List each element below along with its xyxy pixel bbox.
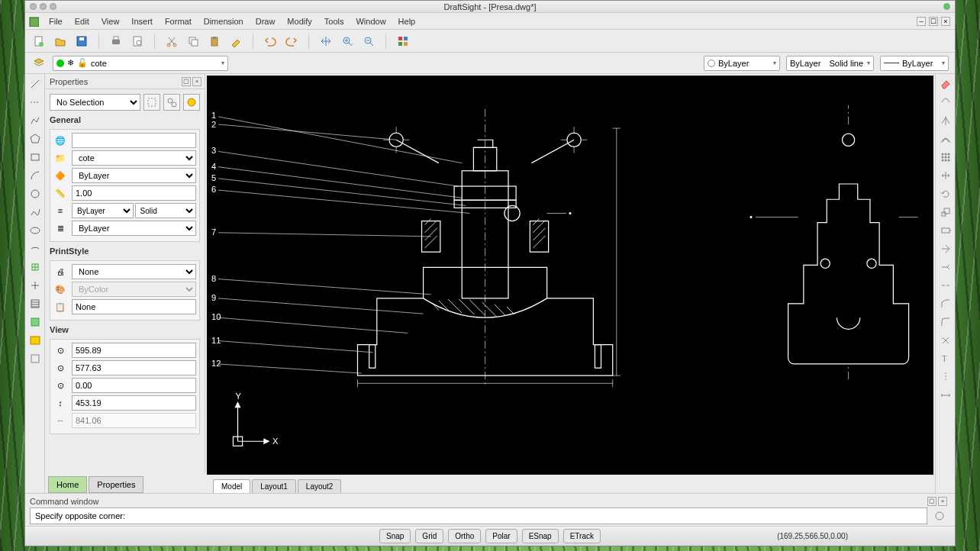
menu-format[interactable]: Format [160, 14, 197, 28]
extend-tool[interactable] [939, 260, 953, 274]
prop-view-x[interactable] [72, 343, 196, 358]
stretch-tool[interactable] [939, 224, 953, 237]
pan-button[interactable] [318, 34, 334, 49]
prop-printtable[interactable] [72, 299, 196, 314]
print-button[interactable] [108, 34, 124, 49]
line-tool[interactable] [28, 77, 42, 91]
prop-view-h[interactable] [72, 395, 196, 411]
panetab-properties[interactable]: Properties [89, 476, 143, 493]
command-input[interactable] [30, 508, 927, 524]
menu-help[interactable]: Help [393, 14, 421, 28]
print-preview-button[interactable] [130, 34, 145, 49]
open-file-button[interactable] [53, 34, 68, 49]
measure-tool[interactable] [939, 388, 953, 402]
new-file-button[interactable] [31, 34, 47, 49]
rectangle-tool[interactable] [28, 150, 42, 164]
panetab-home[interactable]: Home [48, 476, 87, 493]
tab-model[interactable]: Model [213, 479, 250, 493]
menu-tools[interactable]: Tools [319, 14, 350, 28]
lineweight-dropdown[interactable]: ByLayer ▾ [880, 56, 949, 71]
prop-hyperlink[interactable] [72, 133, 196, 148]
layer-dropdown[interactable]: ❄ 🔓 cote ▾ [53, 56, 228, 71]
linetype-dropdown[interactable]: ByLayer Solid line ▾ [786, 56, 874, 71]
window-maximize-icon[interactable] [40, 3, 47, 10]
fillet-tool[interactable] [939, 315, 953, 329]
quick-select-button[interactable] [143, 94, 160, 111]
copy-button[interactable] [185, 34, 201, 49]
arc-tool[interactable] [28, 169, 42, 182]
zoom-out-button[interactable] [361, 34, 376, 49]
menu-modify[interactable]: Modify [282, 14, 317, 28]
doc-restore-icon[interactable]: ☐ [929, 17, 938, 26]
drawing-canvas[interactable]: 1 2 3 4 5 6 7 8 9 10 11 12 [207, 76, 933, 475]
insert-block-tool[interactable] [28, 260, 42, 274]
paste-button[interactable] [207, 34, 222, 49]
properties-button[interactable] [395, 34, 411, 49]
menu-edit[interactable]: Edit [69, 14, 95, 28]
status-grid[interactable]: Grid [415, 529, 443, 543]
cmd-pin-icon[interactable]: ▢ [927, 497, 936, 506]
explode-tool[interactable] [939, 334, 953, 347]
status-ortho[interactable]: Ortho [448, 529, 481, 543]
panel-pin-icon[interactable]: ▢ [182, 77, 191, 86]
text-modify-tool[interactable]: T [939, 352, 953, 366]
menu-file[interactable]: File [44, 14, 68, 28]
prop-lineweight[interactable]: ByLayer [72, 221, 196, 236]
prop-view-y[interactable] [72, 360, 196, 375]
redo-button[interactable] [284, 34, 299, 49]
polygon-tool[interactable] [28, 132, 42, 146]
zoom-in-button[interactable] [340, 34, 355, 49]
menu-draw[interactable]: Draw [250, 14, 281, 28]
cut-button[interactable] [164, 34, 179, 49]
match-properties-button[interactable] [228, 34, 243, 49]
offset-tool[interactable] [939, 132, 953, 146]
toggle-pickadd-button[interactable] [183, 94, 200, 111]
doc-minimize-icon[interactable]: – [917, 17, 926, 26]
point-tool[interactable] [28, 279, 42, 292]
break-tool[interactable] [939, 279, 953, 292]
ellipse-tool[interactable] [28, 224, 42, 237]
polyline-tool[interactable] [28, 114, 42, 127]
menu-dimension[interactable]: Dimension [198, 14, 249, 28]
save-button[interactable] [74, 34, 89, 49]
prop-view-z[interactable] [72, 378, 196, 393]
prop-linescale[interactable] [72, 185, 196, 201]
menu-window[interactable]: Window [350, 14, 391, 28]
doc-close-icon[interactable]: × [941, 17, 950, 26]
spline-tool[interactable] [28, 205, 42, 219]
copy-tool[interactable] [939, 95, 953, 109]
mirror-tool[interactable] [939, 114, 953, 127]
menu-insert[interactable]: Insert [126, 14, 158, 28]
prop-layer[interactable]: cote [72, 150, 196, 166]
status-etrack[interactable]: ETrack [563, 529, 601, 543]
erase-tool[interactable] [939, 77, 953, 91]
window-close-icon[interactable] [50, 3, 56, 10]
move-tool[interactable] [939, 169, 953, 182]
circle-tool[interactable] [28, 187, 42, 201]
text-tool[interactable] [28, 352, 42, 366]
prop-printstyle[interactable]: None [72, 264, 196, 279]
divider-tool[interactable] [939, 370, 953, 384]
layer-manager-button[interactable] [31, 56, 47, 71]
cmd-options-button[interactable] [932, 508, 947, 524]
cmd-close-icon[interactable]: × [938, 497, 947, 506]
region-tool[interactable] [28, 315, 42, 329]
rotate-tool[interactable] [939, 187, 953, 201]
status-snap[interactable]: Snap [379, 529, 411, 543]
chamfer-tool[interactable] [939, 297, 953, 311]
select-similar-button[interactable] [163, 94, 180, 111]
status-esnap[interactable]: ESnap [522, 529, 559, 543]
trim-tool[interactable] [939, 242, 953, 256]
prop-linecolor[interactable]: ByLayer [72, 168, 196, 183]
scale-tool[interactable] [939, 205, 953, 219]
undo-button[interactable] [263, 34, 278, 49]
prop-linestyle-b[interactable]: Solid [135, 203, 197, 218]
menu-view[interactable]: View [96, 14, 125, 28]
ellipse-arc-tool[interactable] [28, 242, 42, 256]
panel-close-icon[interactable]: × [192, 77, 201, 86]
hatch-tool[interactable] [28, 297, 42, 311]
table-tool[interactable] [28, 334, 42, 347]
color-dropdown[interactable]: ByLayer ▾ [704, 56, 780, 71]
prop-view-w[interactable] [72, 413, 196, 428]
prop-linestyle-a[interactable]: ByLayer [72, 203, 134, 218]
